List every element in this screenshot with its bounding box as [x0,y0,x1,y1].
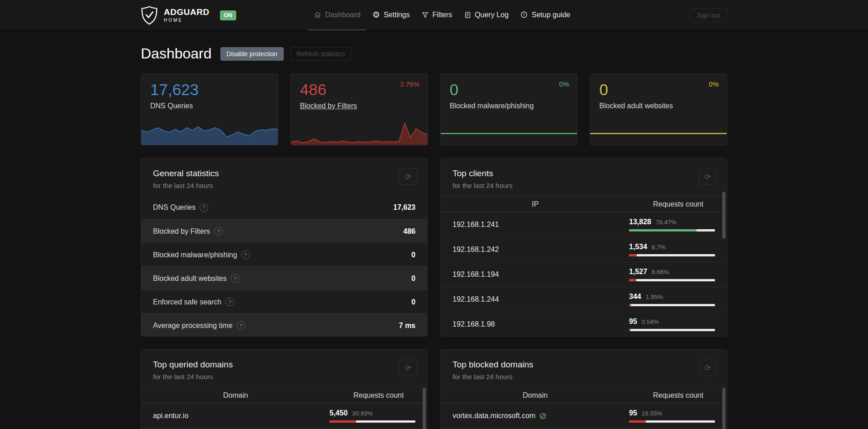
stat-cards-row: 17,623DNS Queries486Blocked by Filters2.… [141,73,727,145]
progress-bar [629,420,715,423]
card-refresh-button[interactable]: ⟳ [399,169,417,185]
table-header: Domain Requests count [141,387,427,404]
card-refresh-button[interactable]: ⟳ [699,169,717,185]
requests-count-cell: 1,5278.66% [629,268,715,281]
request-count: 13,828 [629,218,651,226]
domain-cell: api.entur.io [153,412,188,420]
help-icon[interactable]: ? [225,298,234,306]
column-header-ip[interactable]: IP [441,200,630,208]
scrollbar-thumb[interactable] [722,192,725,239]
client-ip[interactable]: 192.168.1.98 [453,320,495,328]
progress-bar [629,279,715,281]
client-ip[interactable]: 192.168.1.194 [453,270,499,279]
top-blocked-domains-subtitle: for the last 24 hours [453,373,715,381]
client-row: 192.168.1.24113,82878.47% [441,212,727,237]
help-icon[interactable]: ? [214,227,223,236]
progress-bar [629,229,715,231]
adguard-home-logo[interactable]: ADGUARD HOME ON [141,6,236,25]
stat-row-label: Blocked by Filters [153,227,210,236]
scrollbar-thumb[interactable] [423,388,426,429]
help-icon[interactable]: ? [241,251,250,259]
client-ip[interactable]: 192.168.1.244 [453,295,499,304]
nav-item-settings[interactable]: ⚙Settings [367,0,416,30]
domain-name[interactable]: api.entur.io [153,412,188,420]
scrollbar-thumb[interactable] [722,388,725,429]
card-refresh-button[interactable]: ⟳ [399,360,417,376]
nav-item-label: Settings [384,11,410,19]
disable-protection-button[interactable]: Disable protection [220,47,284,61]
stat-row-label: DNS Queries [153,203,196,212]
request-percent: 19.55% [642,410,663,417]
stat-value: 17,623 [150,81,269,99]
domain-name[interactable]: vortex.data.microsoft.com [453,412,535,420]
requests-count-cell: 13,82878.47% [629,218,715,231]
top-clients-subtitle: for the last 24 hours [453,182,715,189]
stat-label[interactable]: Blocked by Filters [300,102,419,110]
top-queried-domains-rows: api.entur.io5,45030.93% [141,404,427,429]
stat-row-label: Enforced safe search [153,298,221,306]
general-stat-row: Blocked adult websites?0 [141,266,427,290]
stat-row-value: 0 [411,298,415,306]
tracker-blocked-icon [539,412,547,420]
help-icon[interactable]: ? [237,321,245,330]
page-header: Dashboard Disable protection Refresh sta… [141,45,727,62]
sign-out-button[interactable]: Sign out [690,9,727,22]
requests-count-cell: 9519.55% [629,409,715,423]
top-clients-title: Top clients [453,169,715,178]
client-row: 192.168.1.2421,5348.7% [441,237,727,262]
shield-check-logo-icon [141,6,158,25]
stat-label: DNS Queries [150,102,269,110]
nav-item-dashboard[interactable]: Dashboard [308,0,366,30]
top-navigation-bar: ADGUARD HOME ON Dashboard⚙SettingsFilter… [0,0,868,30]
nav-item-label: Dashboard [325,11,360,19]
client-ip[interactable]: 192.168.1.242 [453,246,499,254]
request-percent: 1.95% [646,294,663,300]
client-ip[interactable]: 192.168.1.241 [453,221,499,229]
stat-row-value: 17,623 [393,203,415,212]
stat-percent: 0% [709,80,719,88]
general-statistics-rows: DNS Queries?17,623Blocked by Filters?486… [141,196,427,337]
nav-item-filters[interactable]: Filters [416,0,458,30]
column-header-requests-count[interactable]: Requests count [630,200,727,208]
client-row: 192.168.1.2443441.95% [441,287,727,312]
request-percent: 78.47% [656,219,677,226]
top-queried-domains-card: Top queried domains for the last 24 hour… [141,349,428,429]
requests-count-cell: 1,5348.7% [629,243,715,256]
column-header-domain[interactable]: Domain [141,391,330,400]
help-icon[interactable]: ? [231,274,239,283]
table-header: Domain Requests count [441,387,727,404]
nav-item-query-log[interactable]: Query Log [458,0,515,30]
stat-card-blocked-by-filters: 486Blocked by Filters2.76% [291,73,428,145]
card-refresh-button[interactable]: ⟳ [699,360,717,376]
request-count: 5,450 [329,409,348,417]
requests-count-cell: 950.54% [629,318,715,331]
general-stat-row: Blocked by Filters?486 [141,219,427,243]
stat-percent: 2.76% [400,80,420,88]
request-percent: 8.7% [652,244,666,251]
refresh-statistics-button[interactable]: Refresh statistics [291,47,352,61]
middle-cards-row: General statistics for the last 24 hours… [141,158,727,337]
stat-row-value: 0 [411,275,415,283]
request-count: 95 [629,409,637,417]
request-count: 1,534 [629,243,647,251]
top-blocked-domains-title: Top blocked domains [453,360,715,370]
query-log-icon [464,11,471,19]
column-header-requests-count[interactable]: Requests count [330,391,427,400]
stat-card-blocked-malware-phishing: 0Blocked malware/phishing0% [440,73,578,145]
domain-cell: vortex.data.microsoft.com [453,412,547,420]
column-header-requests-count[interactable]: Requests count [630,391,727,400]
brand-text: ADGUARD HOME [164,8,210,23]
column-header-domain[interactable]: Domain [441,391,630,400]
nav-item-label: Query Log [475,11,509,19]
domain-row: api.entur.io5,45030.93% [141,404,427,429]
sparkline-chart [291,120,428,145]
stat-row-label: Average processing time [153,322,233,330]
page-title: Dashboard [141,45,212,62]
request-count: 95 [629,318,637,326]
help-icon[interactable]: ? [200,203,208,212]
progress-bar [629,254,715,256]
stat-row-value: 7 ms [399,322,415,330]
stat-row-label: Blocked malware/phishing [153,251,237,259]
requests-count-cell: 5,45030.93% [329,409,415,423]
nav-item-setup-guide[interactable]: ?Setup guide [515,0,576,30]
